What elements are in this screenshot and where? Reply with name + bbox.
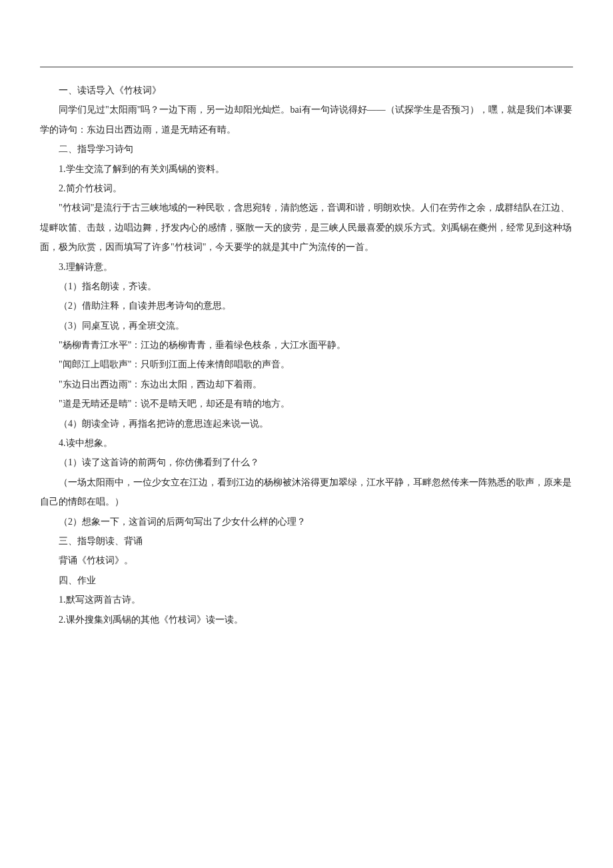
paragraph-zhuzhici: "竹枝词"是流行于古三峡地域的一种民歌，含思宛转，清韵悠远，音调和谐，明朗欢快。… bbox=[40, 198, 573, 257]
verse-explain-3: "东边日出西边雨"：东边出太阳，西边却下着雨。 bbox=[40, 375, 573, 394]
subitem-3-1: （1）指名朗读，齐读。 bbox=[40, 277, 573, 296]
section-heading-3: 三、指导朗读、背诵 bbox=[40, 531, 573, 551]
section-heading-1: 一、读话导入《竹枝词》 bbox=[40, 81, 573, 100]
homework-1: 1.默写这两首古诗。 bbox=[40, 590, 573, 609]
verse-explain-4: "道是无晴还是晴"：说不是晴天吧，却还是有晴的地方。 bbox=[40, 394, 573, 413]
subitem-3-3: （3）同桌互说，再全班交流。 bbox=[40, 316, 573, 335]
horizontal-rule bbox=[40, 67, 573, 67]
subitem-3-2: （2）借助注释，自读并思考诗句的意思。 bbox=[40, 296, 573, 315]
item-2-1: 1.学生交流了解到的有关刘禹锡的资料。 bbox=[40, 159, 573, 179]
subitem-4-1: （1）读了这首诗的前两句，你仿佛看到了什么？ bbox=[40, 453, 573, 472]
item-2-3: 3.理解诗意。 bbox=[40, 257, 573, 277]
section-heading-4: 四、作业 bbox=[40, 571, 573, 590]
item-2-2: 2.简介竹枝词。 bbox=[40, 179, 573, 198]
section-heading-2: 二、指导学习诗句 bbox=[40, 139, 573, 159]
verse-explain-2: "闻郎江上唱歌声"：只听到江面上传来情郎唱歌的声音。 bbox=[40, 355, 573, 374]
recite-line: 背诵《竹枝词》。 bbox=[40, 551, 573, 570]
homework-2: 2.课外搜集刘禹锡的其他《竹枝词》读一读。 bbox=[40, 610, 573, 629]
page-container: 一、读话导入《竹枝词》 同学们见过"太阳雨"吗？一边下雨，另一边却阳光灿烂。ba… bbox=[0, 0, 613, 669]
paragraph-imagination: （一场太阳雨中，一位少女立在江边，看到江边的杨柳被沐浴得更加翠绿，江水平静，耳畔… bbox=[40, 473, 573, 512]
subitem-3-4: （4）朗读全诗，再指名把诗的意思连起来说一说。 bbox=[40, 414, 573, 433]
subitem-4-2: （2）想象一下，这首词的后两句写出了少女什么样的心理？ bbox=[40, 512, 573, 531]
item-2-4: 4.读中想象。 bbox=[40, 433, 573, 453]
document-content: 一、读话导入《竹枝词》 同学们见过"太阳雨"吗？一边下雨，另一边却阳光灿烂。ba… bbox=[40, 81, 573, 629]
paragraph-intro: 同学们见过"太阳雨"吗？一边下雨，另一边却阳光灿烂。bai有一句诗说得好——（试… bbox=[40, 100, 573, 139]
verse-explain-1: "杨柳青青江水平"：江边的杨柳青青，垂着绿色枝条，大江水面平静。 bbox=[40, 335, 573, 355]
